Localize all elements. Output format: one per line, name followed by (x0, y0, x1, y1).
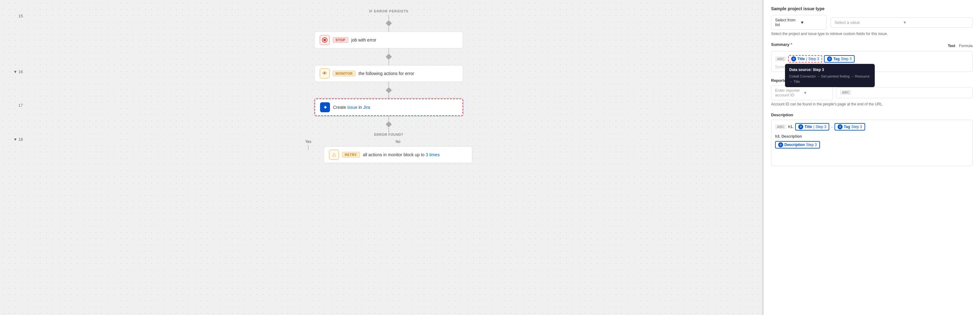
desc-tag-token-step: Step 3 (851, 125, 862, 129)
right-panel: Sample project issue type Select from li… (763, 0, 980, 315)
eye-icon: 👁 (322, 71, 327, 76)
tag-token[interactable]: ⚙ Tag Step 3 (824, 55, 854, 62)
token-icon-1: ⚙ (791, 56, 796, 61)
desc-tag-token-label: Tag (844, 125, 850, 129)
token-icon-2: ⚙ (827, 56, 832, 61)
description-group: Description ABC h1. ⚙ Title | Step 3 - ⚙… (771, 112, 972, 166)
if-error-label: IF ERROR PERSISTS (369, 9, 408, 13)
stop-icon (320, 35, 330, 45)
summary-label: Summary (771, 42, 789, 47)
title-token-container: ⚙ Title | Step 3 Data source: Step 3 Cob… (788, 55, 822, 62)
issue-link[interactable]: issue (347, 105, 358, 110)
tag-token-label: Tag (833, 57, 840, 61)
token-separator: | (806, 57, 807, 61)
description-h1-row: ABC h1. ⚙ Title | Step 3 - ⚙ Tag Step 3 (775, 123, 969, 131)
abc-label-summary: ABC (775, 56, 786, 61)
yes-label: Yes (305, 139, 312, 144)
create-text: Create (333, 105, 346, 110)
sample-project-group: Sample project issue type Select from li… (771, 6, 972, 36)
chevron-down-icon-2: ▼ (903, 20, 969, 25)
stop-badge: STOP (333, 37, 348, 43)
reporter-chevron-icon: ▼ (803, 91, 829, 95)
workflow-row-18: ▼ 18 ERROR FOUND? Yes No ⚠ RETRY (13, 133, 750, 163)
tooltip-datasource: Data source: Step 3 (789, 67, 870, 72)
description-label: Description (771, 112, 793, 117)
workflow-row-17: 17 ✦ Create issue in Jira (13, 99, 750, 133)
select-a-value-text: Select a value (835, 20, 900, 25)
desc-h1-label: h1. (788, 125, 793, 129)
jira-icon: ✦ (320, 102, 330, 112)
reporter-hint: Account ID can be found in the people's … (771, 102, 972, 106)
description-token-row: ⚙ Description Step 3 (775, 141, 969, 149)
reporter-placeholder: Enter reporter account ID (775, 88, 801, 98)
row-number-17: 17 (13, 99, 28, 133)
no-branch: No ⚠ RETRY all actions in monitor block … (324, 139, 473, 163)
stop-block[interactable]: STOP job with error (315, 32, 463, 48)
abc-label-desc: ABC (775, 124, 786, 129)
summary-tag-strip: ABC ⚙ Title | Step 3 Data source: Step 3… (775, 54, 969, 62)
desc-title-token-icon: ⚙ (798, 124, 803, 129)
select-from-list-value: Select from list (775, 18, 798, 27)
monitor-block[interactable]: 👁 MONITOR the following actions for erro… (315, 65, 463, 82)
retry-icon: ⚠ (329, 150, 339, 160)
stop-circle (322, 37, 328, 43)
workflow-panel: 15 IF ERROR PERSISTS STOP job with error (0, 0, 762, 315)
reporter-row: Enter reporter account ID ▼ ABC (771, 85, 972, 100)
title-token-label: Title (797, 57, 805, 61)
jira-text: Create issue in Jira (333, 105, 370, 110)
select-from-list-dropdown[interactable]: Select from list ▼ (771, 15, 827, 30)
desc-h3-label: h3. Description (775, 134, 802, 139)
row-number-16: ▼ 16 (13, 65, 28, 99)
sample-project-hint: Select the project and issue type to ret… (771, 32, 972, 36)
title-token-step: Step 3 (808, 57, 819, 61)
tooltip-box: Data source: Step 3 Cobalt Connector → G… (785, 64, 875, 87)
description-h3-row: h3. Description (775, 133, 969, 139)
monitor-text: the following actions for error (358, 71, 414, 76)
desc-tag-token[interactable]: ⚙ Tag Step 3 (835, 123, 865, 131)
tag-token-step: Step 3 (841, 57, 852, 61)
monitor-icon: 👁 (320, 69, 330, 78)
summary-group: Summary * Text Formula ABC ⚙ Title | Ste… (771, 42, 972, 72)
times-link[interactable]: 3 times (426, 152, 439, 157)
desc-title-token-label: Title (805, 125, 812, 129)
abc-label-reporter: ABC (840, 90, 851, 95)
desc-desc-token-step: Step 3 (806, 142, 817, 147)
sample-project-label: Sample project issue type (771, 6, 972, 11)
description-field[interactable]: ABC h1. ⚙ Title | Step 3 - ⚙ Tag Step 3 … (771, 120, 972, 166)
decision-label: ERROR FOUND? (374, 133, 404, 136)
title-token[interactable]: ⚙ Title | Step 3 (788, 55, 822, 62)
retry-block[interactable]: ⚠ RETRY all actions in monitor block up … (324, 146, 473, 163)
jira-link[interactable]: Jira (363, 105, 370, 110)
stop-text: job with error (351, 37, 376, 43)
formula-toggle[interactable]: Formula (959, 44, 972, 48)
row-number-18: ▼ 18 (13, 133, 28, 163)
desc-title-token-step: Step 3 (816, 125, 826, 129)
reporter-select-dropdown[interactable]: Enter reporter account ID ▼ (771, 85, 833, 100)
workflow-row-16: ▼ 16 👁 MONITOR the following actions for… (13, 65, 750, 99)
chevron-down-icon: ▼ (800, 20, 823, 25)
yes-branch: Yes (305, 139, 312, 150)
workflow-row-15: 15 IF ERROR PERSISTS STOP job with error (13, 9, 750, 65)
retry-text: all actions in monitor block up to 3 tim… (363, 152, 439, 157)
no-label: No (396, 139, 400, 144)
warning-icon: ⚠ (332, 152, 336, 158)
required-marker: * (791, 42, 792, 47)
desc-desc-token-icon: ⚙ (778, 142, 783, 147)
jira-block[interactable]: ✦ Create issue in Jira (315, 99, 463, 116)
reporter-text-input[interactable]: ABC (836, 87, 972, 98)
retry-badge: RETRY (342, 152, 360, 158)
jira-logo: ✦ (323, 104, 327, 110)
summary-field[interactable]: ABC ⚙ Title | Step 3 Data source: Step 3… (771, 51, 972, 72)
desc-dash: - (831, 125, 832, 129)
tooltip-path: Cobalt Connector → Get pentest finding →… (789, 74, 870, 84)
desc-title-separator: | (813, 125, 815, 129)
desc-title-token[interactable]: ⚙ Title | Step 3 (795, 123, 829, 131)
row-number-15: 15 (13, 9, 28, 65)
in-text: in (359, 105, 362, 110)
select-value-dropdown[interactable]: Select a value ▼ (830, 18, 972, 27)
desc-description-token[interactable]: ⚙ Description Step 3 (775, 141, 820, 149)
desc-tag-token-icon: ⚙ (838, 124, 843, 129)
monitor-badge: MONITOR (333, 71, 355, 76)
desc-desc-token-label: Description (784, 142, 805, 147)
text-toggle[interactable]: Text (948, 44, 955, 48)
